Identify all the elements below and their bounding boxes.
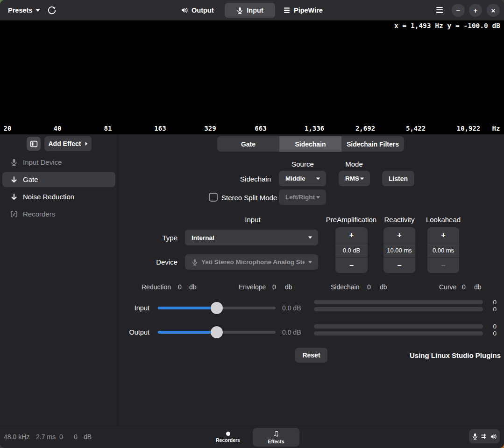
freq-tick: 10,922 — [457, 125, 481, 132]
sidechain-source-dropdown[interactable]: Middle — [279, 171, 326, 186]
sidebar-item-input-device[interactable]: Input Device — [2, 154, 115, 170]
listen-button[interactable]: Listen — [382, 171, 414, 186]
reactivity-spinbutton: + 10.00 ms − — [383, 227, 415, 273]
add-effect-button[interactable]: Add Effect — [44, 136, 92, 151]
freq-tick: 81 — [104, 125, 112, 132]
preamp-value[interactable]: 0.0 dB — [335, 243, 368, 258]
envelope-unit: db — [285, 283, 292, 291]
mode-label: Mode — [345, 160, 363, 168]
spectrum-cursor-readout: x = 1,493 Hz y = -100.0 dB — [394, 22, 500, 29]
input-meter-value-left: 0 — [489, 299, 497, 306]
tab-pipewire[interactable]: PipeWire — [279, 3, 327, 17]
curve-value: 0 — [462, 283, 466, 291]
headerbar: Presets Output — [0, 0, 504, 21]
reactivity-decrement-button[interactable]: − — [383, 258, 415, 273]
input-level-meter-left — [314, 300, 483, 304]
spectrum-display[interactable]: x = 1,493 Hz y = -100.0 dB — [0, 21, 504, 124]
bottom-tab-effects[interactable]: ♫ Effects — [253, 428, 299, 447]
stereo-split-checkbox[interactable] — [209, 193, 218, 202]
input-meter-value-right: 0 — [489, 306, 497, 313]
reactivity-increment-button[interactable]: + — [383, 227, 415, 243]
bottom-tab-recorders[interactable]: Recorders — [210, 428, 246, 447]
reduction-value: 0 — [178, 283, 182, 291]
chevron-down-icon — [316, 196, 320, 198]
sidebar-item-noise-reduction[interactable]: Noise Reduction — [2, 189, 115, 204]
sidechain-mode-dropdown[interactable]: RMS — [339, 171, 370, 186]
lookahead-value[interactable]: 0.00 ms — [427, 243, 459, 258]
freq-tick: 2,692 — [355, 125, 375, 132]
stereo-split-dropdown: Left/Right — [279, 189, 326, 205]
sidebar-item-recorders[interactable]: Recorders — [2, 206, 115, 222]
chevron-down-icon — [360, 177, 364, 180]
lookahead-increment-button[interactable]: + — [427, 227, 459, 243]
global-bypass-icon[interactable] — [47, 6, 57, 15]
type-value: Internal — [192, 234, 308, 241]
output-meter-value-right: 0 — [489, 330, 497, 337]
arrow-down-icon — [10, 176, 18, 183]
tab-sidechain[interactable]: Sidechain — [279, 136, 341, 152]
chevron-down-icon — [316, 177, 320, 180]
media-icon — [10, 210, 18, 218]
device-dropdown[interactable]: Yeti Stereo Microphone Analog Stereo — [185, 254, 318, 270]
sidechain-level-value: 0 — [367, 283, 371, 291]
statusbar: 48.0 kHz 2.7 ms 0 0 dB Recorders ♫ Effec… — [0, 426, 504, 448]
presets-button[interactable]: Presets — [4, 3, 44, 17]
tab-input[interactable]: Input — [225, 3, 275, 18]
output-level-meter-left — [314, 324, 483, 329]
io-indicator[interactable] — [469, 429, 500, 443]
effects-tab-label: Effects — [268, 439, 284, 444]
routing-arrows-icon — [481, 433, 488, 440]
stereo-split-value: Left/Right — [285, 194, 316, 201]
sidechain-mode-value: RMS — [345, 175, 360, 182]
slider-handle[interactable] — [211, 302, 223, 314]
tab-input-label: Input — [247, 7, 263, 14]
preamp-increment-button[interactable]: + — [335, 227, 368, 243]
input-gain-value: 0.0 dB — [282, 301, 301, 315]
envelope-value: 0 — [272, 283, 276, 291]
input-gain-slider[interactable] — [158, 301, 276, 315]
gate-tabbar: Gate Sidechain Sidechain Filters — [217, 136, 404, 152]
menu-icon[interactable] — [436, 7, 443, 13]
preamp-decrement-button[interactable]: − — [335, 258, 368, 273]
sidebar-item-label: Gate — [23, 175, 38, 183]
slider-handle[interactable] — [211, 326, 223, 338]
plugin-credit: Using Linux Studio Plugins — [410, 351, 501, 359]
presets-label: Presets — [8, 7, 32, 14]
tab-pipewire-label: PipeWire — [294, 7, 323, 14]
preamp-spinbutton: + 0.0 dB − — [335, 227, 368, 273]
output-gain-label: Output — [121, 326, 149, 339]
easyeffects-window: Presets Output — [0, 0, 504, 448]
input-section-label: Input — [245, 216, 260, 224]
sidechain-source-value: Middle — [285, 175, 316, 182]
lookahead-label: Lookahead — [426, 216, 461, 224]
xruns-count: 0 — [59, 433, 63, 441]
type-dropdown[interactable]: Internal — [185, 230, 318, 245]
tab-output[interactable]: Output — [177, 3, 218, 17]
close-icon: × — [491, 7, 496, 14]
reset-button[interactable]: Reset — [295, 348, 327, 363]
recorders-tab-label: Recorders — [216, 437, 240, 443]
tab-sidechain-filters[interactable]: Sidechain Filters — [341, 136, 404, 152]
output-level-meter-right — [314, 331, 483, 336]
sidechain-level-unit: db — [380, 283, 387, 291]
level-unit: dB — [84, 433, 92, 441]
lookahead-spinbutton: + 0.00 ms − — [427, 227, 459, 273]
chevron-down-icon — [308, 236, 312, 238]
reactivity-value[interactable]: 10.00 ms — [383, 243, 415, 258]
sidebar-item-gate[interactable]: Gate — [2, 172, 115, 187]
sidebar-toggle-icon — [30, 140, 38, 148]
output-gain-slider[interactable] — [158, 326, 276, 339]
tab-output-label: Output — [192, 7, 214, 14]
tab-gate[interactable]: Gate — [217, 136, 279, 152]
minimize-button[interactable]: − — [452, 4, 465, 17]
speaker-icon — [181, 7, 188, 14]
maximize-button[interactable]: + — [469, 4, 482, 17]
reactivity-label: Reactivity — [384, 216, 414, 224]
close-button[interactable]: × — [487, 4, 500, 17]
freq-tick: 329 — [204, 125, 216, 132]
sidebar-toggle-button[interactable] — [27, 137, 41, 151]
type-label: Type — [154, 230, 177, 245]
sidechain-row-label: Sidechain — [224, 171, 271, 186]
reduction-unit: db — [189, 283, 197, 291]
output-gain-value: 0.0 dB — [282, 326, 301, 339]
